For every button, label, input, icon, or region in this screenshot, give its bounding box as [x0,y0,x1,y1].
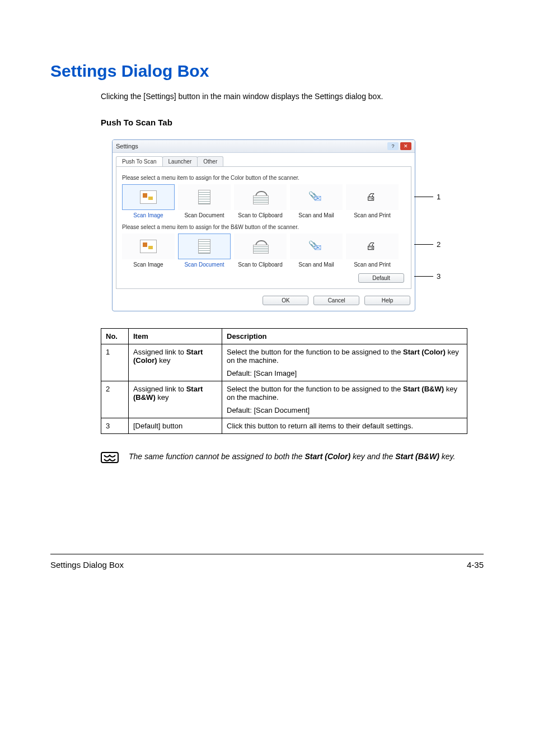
text-bold: Start (Color) [403,348,446,356]
section-subhead: Push To Scan Tab [101,118,484,127]
text: Default: [Scan Document] [227,406,310,414]
default-button[interactable]: Default [358,273,404,283]
bw-option-scan-clipboard[interactable]: Scan to Clipboard [234,234,287,268]
callout-2: 2 [437,240,441,249]
table-head-no: No. [101,329,129,344]
text: key [156,393,169,402]
note-icon [101,451,121,464]
note-text: The same function cannot be assigned to … [129,451,455,462]
color-option-row: Scan Image Scan Document Scan to Clipboa… [122,184,405,218]
color-option-label: Scan and Print [346,212,399,218]
scan-clipboard-icon [253,191,268,203]
text: key [157,356,171,365]
color-option-label: Scan Image [122,212,175,218]
table-head-desc: Description [222,329,467,344]
scan-clipboard-icon [253,240,268,253]
text: Assigned link to [133,348,186,356]
cell-desc: Select the button for the function to be… [222,344,467,381]
callout-3: 3 [437,272,441,281]
dialog-titlebar: Settings ? ✕ [113,140,415,153]
table-head-item: Item [129,329,222,344]
prompt-color: Please select a menu item to assign for … [122,175,406,181]
tab-push-to-scan[interactable]: Push To Scan [116,156,163,166]
window-help-button[interactable]: ? [387,142,399,150]
table-row: 3 [Default] button Click this button to … [101,418,467,434]
scan-document-icon [198,239,210,254]
text-bold: Start (Color) [305,452,350,461]
callout-1: 1 [437,193,441,201]
window-close-button[interactable]: ✕ [400,142,411,150]
text: Default: [Scan Image] [227,369,297,377]
ok-button[interactable]: OK [263,296,308,305]
color-option-scan-print[interactable]: Scan and Print [346,184,399,218]
tab-other[interactable]: Other [197,156,223,166]
settings-dialog: Settings ? ✕ Push To Scan Launcher Other… [112,139,415,311]
cell-desc: Select the button for the function to be… [222,381,467,418]
color-option-scan-mail[interactable]: Scan and Mail [290,184,343,218]
note: The same function cannot be assigned to … [101,451,484,464]
text-bold: Start (B&W) [403,385,444,393]
bw-option-scan-mail[interactable]: Scan and Mail [290,234,343,268]
text: Assigned link to [133,385,186,393]
text: Select the button for the function to be… [227,385,403,393]
text-bold: Start (B&W) [395,452,439,461]
cell-no: 3 [101,418,129,434]
cell-desc: Click this button to return all items to… [222,418,467,434]
help-button[interactable]: Help [364,296,410,305]
color-option-label: Scan to Clipboard [234,212,287,218]
color-option-scan-document[interactable]: Scan Document [178,184,231,218]
bw-option-scan-image[interactable]: Scan Image [122,234,175,268]
color-option-scan-image[interactable]: Scan Image [122,184,175,218]
bw-option-scan-print[interactable]: Scan and Print [346,234,399,268]
scan-mail-icon [308,240,324,253]
dialog-title: Settings [116,143,138,150]
cell-item: Assigned link to Start (Color) key [129,344,222,381]
description-table: No. Item Description 1 Assigned link to … [101,328,467,434]
table-row: 2 Assigned link to Start (B&W) key Selec… [101,381,467,418]
scan-image-icon [140,190,157,204]
scan-image-icon [140,240,157,253]
page-heading: Settings Dialog Box [50,62,484,81]
table-row: 1 Assigned link to Start (Color) key Sel… [101,344,467,381]
text: key and the [350,452,395,461]
bw-option-label: Scan and Mail [290,262,343,268]
color-option-scan-clipboard[interactable]: Scan to Clipboard [234,184,287,218]
scan-print-icon [365,191,380,203]
bw-option-label: Scan to Clipboard [234,262,287,268]
text: Select the button for the function to be… [227,348,403,356]
cell-no: 2 [101,381,129,418]
bw-option-label: Scan and Print [346,262,399,268]
text: key. [439,452,456,461]
footer-left: Settings Dialog Box [50,560,124,570]
scan-document-icon [198,190,210,204]
intro-paragraph: Clicking the [Settings] button in the ma… [101,91,484,102]
color-option-label: Scan Document [178,212,231,218]
tab-row: Push To Scan Launcher Other [113,153,415,166]
cancel-button[interactable]: Cancel [313,296,359,305]
bw-option-scan-document[interactable]: Scan Document [178,234,231,268]
tab-pane: Please select a menu item to assign for … [116,166,411,289]
prompt-bw: Please select a menu item to assign for … [122,224,406,230]
bw-option-row: Scan Image Scan Document Scan to Clipboa… [122,234,405,268]
scan-mail-icon [308,191,324,203]
bw-option-label: Scan Image [122,262,175,268]
scan-print-icon [365,240,380,253]
cell-item: Assigned link to Start (B&W) key [129,381,222,418]
tab-launcher[interactable]: Launcher [162,156,198,166]
text: The same function cannot be assigned to … [129,452,305,461]
cell-no: 1 [101,344,129,381]
cell-item: [Default] button [129,418,222,434]
footer-right: 4-35 [467,560,484,570]
bw-option-label: Scan Document [178,262,231,268]
color-option-label: Scan and Mail [290,212,343,218]
page-footer: Settings Dialog Box 4-35 [50,554,484,570]
svg-rect-0 [101,452,118,463]
